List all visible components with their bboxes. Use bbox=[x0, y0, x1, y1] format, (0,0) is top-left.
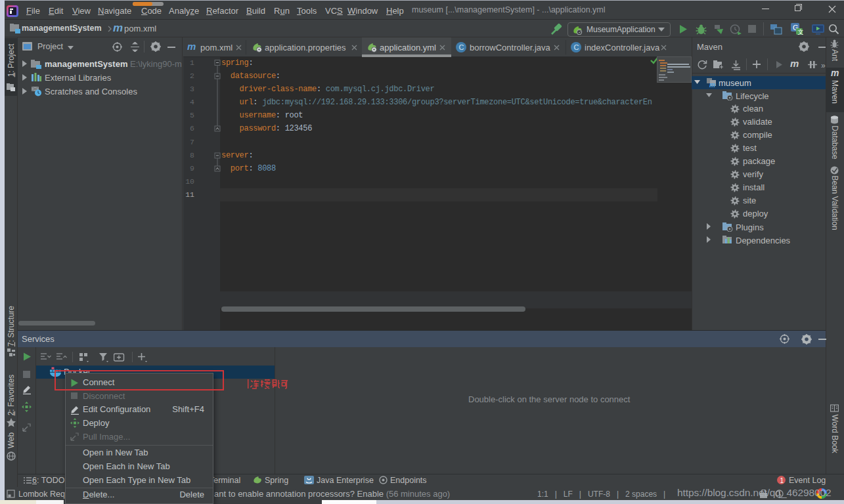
svg-text:m: m bbox=[709, 81, 715, 88]
svg-text:文: 文 bbox=[798, 29, 804, 35]
